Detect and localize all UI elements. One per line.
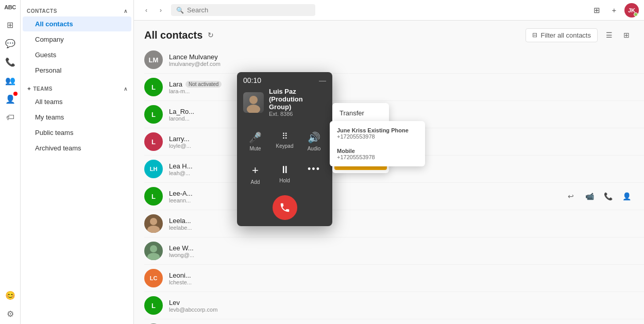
contact-email: leeann... [169, 197, 557, 203]
end-call-button[interactable] [273, 195, 297, 220]
audio-label: Audio [308, 146, 321, 151]
call-minimize-button[interactable]: — [319, 76, 326, 84]
mute-label: Mute [249, 146, 261, 151]
contact-info: Leoni... lcheste... [169, 271, 634, 285]
refresh-icon[interactable]: ↻ [208, 31, 214, 39]
search-icon: 🔍 [176, 7, 184, 14]
list-view-button[interactable]: ☰ [602, 28, 616, 42]
avatar: L [144, 296, 163, 315]
more-button[interactable]: ••• [300, 160, 328, 189]
call-timer: 00:10 [243, 76, 261, 84]
sidebar-item-all-contacts[interactable]: All contacts [23, 16, 131, 31]
call-contact-info: Luis Paz (Prodution Group) Ext. 8386 [269, 88, 326, 117]
mute-icon: 🎤 [249, 131, 262, 144]
nav-reactions[interactable]: 😊 [2, 287, 19, 303]
nav-calls[interactable]: 📞 [2, 54, 19, 70]
call-identity: Luis Paz (Prodution Group) Ext. 8386 [237, 88, 332, 123]
contact-row[interactable]: Lee W... lwong@... [144, 237, 644, 265]
svg-point-0 [150, 218, 157, 225]
contact-row[interactable]: LC Leoni... lcheste... [144, 265, 644, 292]
flip-option-2-label: Mobile [337, 148, 418, 154]
transfer-menu-item[interactable]: Transfer [332, 105, 389, 121]
contact-name: Leoni... [169, 271, 634, 279]
flip-option-1-number: +17205553978 [337, 133, 418, 140]
avatar [144, 242, 163, 260]
contacts-header: All contacts ↻ ⊟ Filter all contacts ☰ ⊞ [134, 21, 644, 46]
contact-row[interactable]: Lewis Not activated lcarroll@def.com [144, 319, 644, 324]
grid-view-button[interactable]: ⊞ [619, 28, 634, 42]
not-activated-badge: Not activated [185, 81, 222, 88]
main-area: ‹ › 🔍 ⊞ + JK All contacts ↻ ⊟ Filter all… [134, 0, 644, 324]
contact-name: Lev [169, 299, 634, 306]
svg-point-8 [249, 96, 258, 104]
contact-row[interactable]: L Lee-A... leeann... ↩ 📹 📞 👤 [144, 183, 644, 210]
flip-option-1[interactable]: June Kriss Existing Phone +17205553978 [330, 123, 425, 144]
sidebar-item-my-teams[interactable]: My teams [23, 110, 131, 125]
notification-badge [13, 92, 18, 96]
avatar: LH [144, 160, 163, 178]
add-icon: + [252, 164, 259, 177]
svg-point-9 [247, 105, 260, 113]
forward-button[interactable]: › [155, 4, 167, 16]
add-button[interactable]: + Add [241, 160, 269, 189]
flip-option-1-label: June Kriss Existing Phone [337, 127, 418, 133]
filter-button[interactable]: ⊟ Filter all contacts [526, 28, 598, 42]
app-logo: ABC [4, 4, 15, 10]
sidebar-item-public-teams[interactable]: Public teams [23, 125, 131, 140]
contact-email: levb@abccorp.com [169, 306, 634, 313]
nav-settings[interactable]: ⚙ [2, 305, 19, 322]
avatar [144, 214, 163, 233]
contact-email: lwong@... [169, 252, 634, 258]
sidebar-item-company[interactable]: Company [23, 32, 131, 47]
audio-icon: 🔊 [308, 131, 320, 144]
add-button[interactable]: + [607, 3, 621, 18]
svg-point-2 [150, 245, 157, 252]
contact-actions: ↩ 📹 📞 👤 [564, 189, 634, 203]
call-controls-row2: + Add ⏸ Hold ••• [237, 158, 332, 193]
keypad-button[interactable]: ⠿ Keypad [270, 127, 299, 156]
avatar: LM [144, 50, 163, 69]
call-header: 00:10 — [237, 72, 332, 88]
sidebar-item-archived-teams[interactable]: Archived teams [23, 141, 131, 156]
avatar: L [144, 187, 163, 206]
svg-point-3 [147, 253, 160, 260]
sidebar-item-guests[interactable]: Guests [23, 47, 131, 62]
call-button[interactable]: 📞 [601, 189, 615, 203]
audio-button[interactable]: 🔊 Audio [300, 127, 328, 156]
contact-row[interactable]: L Lev levb@abccorp.com [144, 292, 644, 319]
mute-button[interactable]: 🎤 Mute [241, 127, 269, 156]
nav-chat[interactable]: 💬 [2, 35, 19, 52]
teams-section-collapse[interactable]: ∧ [124, 86, 128, 92]
apps-button[interactable]: ⊞ [589, 3, 604, 18]
teams-section-header: ✦ TEAMS ∧ [21, 82, 133, 94]
contact-row[interactable]: Leela... leelabe... [144, 210, 644, 237]
profile-button[interactable]: 👤 [619, 189, 634, 203]
video-button[interactable]: 📹 [582, 189, 597, 203]
search-input[interactable] [187, 6, 310, 14]
topbar-nav: ‹ › [140, 4, 167, 16]
page-title: All contacts [144, 29, 202, 41]
filter-icon: ⊟ [532, 31, 537, 39]
contact-row[interactable]: LM Lance Mulvaney lmulvaney@def.com [144, 46, 644, 74]
back-button[interactable]: ‹ [140, 4, 152, 16]
flip-option-2[interactable]: Mobile +17205553978 [330, 144, 425, 164]
nav-person[interactable]: 👤 [2, 91, 19, 107]
contacts-section-collapse[interactable]: ∧ [124, 8, 128, 14]
sidebar: CONTACTS ∧ All contacts Company Guests P… [21, 0, 134, 324]
view-toggle: ☰ ⊞ [602, 28, 634, 42]
contact-row[interactable]: L Lara Not activated lara-m... [144, 74, 644, 101]
avatar: L [144, 132, 163, 151]
keypad-icon: ⠿ [282, 131, 288, 141]
hold-button[interactable]: ⏸ Hold [270, 160, 299, 189]
contact-info: Lance Mulvaney lmulvaney@def.com [169, 53, 634, 67]
search-box[interactable]: 🔍 [171, 4, 315, 16]
nav-teams[interactable]: 🏷 [2, 109, 19, 126]
call-extension: Ext. 8386 [269, 111, 326, 117]
sidebar-item-all-teams[interactable]: All teams [23, 94, 131, 109]
sidebar-item-personal[interactable]: Personal [23, 63, 131, 78]
nav-apps[interactable]: ⊞ [2, 16, 19, 33]
reply-button[interactable]: ↩ [564, 189, 578, 203]
nav-contacts[interactable]: 👥 [2, 72, 19, 89]
contacts-section-header: CONTACTS ∧ [21, 4, 133, 16]
nav-rail: ABC ⊞ 💬 📞 👥 👤 🏷 😊 ⚙ [0, 0, 21, 324]
